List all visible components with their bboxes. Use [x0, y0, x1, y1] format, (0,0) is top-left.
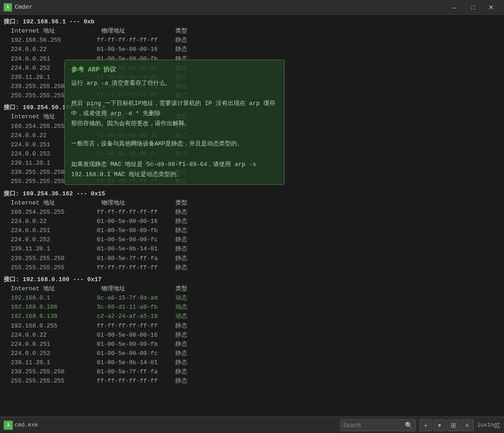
titlebar: λ Cmder – □ ✕ [0, 0, 504, 15]
statusbar-app-icon: λ [4, 421, 13, 430]
grid-button[interactable]: ⊞ [447, 419, 460, 431]
dropdown-button[interactable]: ▾ [433, 419, 446, 431]
minimize-button[interactable]: – [445, 0, 464, 15]
user-label: lux1ng∑ [477, 422, 500, 428]
terminal-output: 接口: 192.168.56.1 --- 0xb Internet 地址 物理地… [0, 15, 504, 416]
user-indicator: lux1ng∑ [477, 422, 500, 428]
add-tab-button[interactable]: + [420, 419, 432, 431]
window-title: Cmder [15, 4, 445, 11]
window-controls: – □ ✕ [445, 0, 500, 15]
menu-button[interactable]: ≡ [461, 419, 474, 431]
app-icon: λ [4, 3, 12, 11]
search-icon-button[interactable]: 🔍 [405, 422, 413, 429]
search-input[interactable] [343, 422, 403, 428]
search-box[interactable]: 🔍 [340, 419, 416, 431]
statusbar: λ cmd.exe 🔍 + ▾ ⊞ ≡ lux1ng∑ [0, 416, 504, 433]
maximize-button[interactable]: □ [464, 0, 482, 15]
statusbar-actions: + ▾ ⊞ ≡ [420, 419, 474, 431]
close-button[interactable]: ✕ [482, 0, 500, 15]
process-label: cmd.exe [15, 422, 38, 428]
